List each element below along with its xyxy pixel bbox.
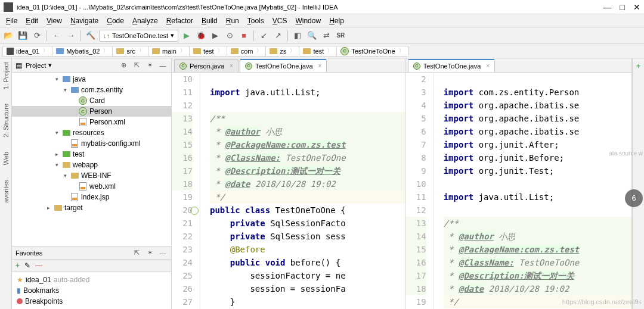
menu-view[interactable]: View: [43, 15, 66, 26]
tree-node[interactable]: ▾webapp: [12, 160, 171, 170]
toolbar: 📂 💾 ⟳ ← → 🔨 ↓↑ TestOneToOne.test ▾ ▶ 🐞 ▶…: [0, 27, 644, 44]
project-tree[interactable]: ▾java▾com.zs.entityCCardCPersonPerson.xm…: [12, 73, 171, 246]
breadcrumb-item[interactable]: zs〉: [265, 46, 299, 57]
breadcrumb-item[interactable]: test〉: [189, 46, 227, 57]
editor-left-tabs: CPerson.java×CTestOneToOne.java×: [172, 58, 405, 73]
gear-icon[interactable]: ✶: [145, 61, 154, 70]
tree-node[interactable]: ▾resources: [12, 127, 171, 138]
right-tool-tabs: +: [632, 58, 644, 309]
editor-left-gutter: 101112131415161718192021222324252627: [172, 73, 200, 309]
stop-icon[interactable]: ■: [238, 30, 250, 42]
notification-badge[interactable]: 6: [625, 189, 643, 207]
save-icon[interactable]: 💾: [17, 30, 29, 42]
debug-icon[interactable]: 🐞: [195, 30, 207, 42]
menu-build[interactable]: Build: [198, 15, 221, 26]
chevron-down-icon[interactable]: ▾: [48, 61, 52, 69]
side-panel: ▤ Project ▾ ⊕ ⇱ ✶ — ▾java▾com.zs.entityC…: [12, 58, 172, 309]
menu-help[interactable]: Help: [326, 15, 348, 26]
menu-edit[interactable]: Edit: [22, 15, 42, 26]
tree-node[interactable]: ▾java: [12, 74, 171, 85]
menu-run[interactable]: Run: [222, 15, 243, 26]
tree-node[interactable]: web.xml: [12, 181, 171, 192]
close-button[interactable]: ✕: [633, 2, 640, 12]
menu-refactor[interactable]: Refactor: [163, 15, 197, 26]
menu-window[interactable]: Window: [292, 15, 324, 26]
editor-left-source[interactable]: import java.util.List; /** * @author 小思 …: [200, 73, 405, 309]
left-tool-tabs: 1: Project2: StructureWebavorites: [0, 58, 12, 309]
target-icon[interactable]: ⊕: [119, 61, 128, 70]
collapse-icon[interactable]: ⇱: [132, 61, 141, 70]
tree-node[interactable]: mybatis-config.xml: [12, 138, 171, 149]
editor-tab[interactable]: CTestOneToOne.java×: [240, 59, 327, 72]
run-icon[interactable]: ▶: [181, 30, 193, 42]
project-panel-header: ▤ Project ▾ ⊕ ⇱ ✶ —: [12, 58, 171, 73]
breadcrumb-item[interactable]: Mybatis_02〉: [52, 46, 112, 57]
editor-right-gutter: 2345678910111213141516171819: [405, 73, 434, 309]
tree-node[interactable]: Person.xml: [12, 117, 171, 127]
structure-icon[interactable]: ◧: [292, 30, 304, 42]
sr-icon[interactable]: SR: [335, 30, 346, 42]
hide-icon[interactable]: —: [158, 248, 168, 258]
tool-tab-web[interactable]: Web: [2, 152, 10, 165]
run-config-label: TestOneToOne.test: [112, 32, 168, 39]
close-icon[interactable]: ×: [230, 63, 233, 69]
build-icon[interactable]: 🔨: [85, 30, 97, 42]
profile-icon[interactable]: ⊙: [224, 30, 236, 42]
vcs-commit-icon[interactable]: ↗: [272, 30, 284, 42]
menu-analyze[interactable]: Analyze: [129, 15, 162, 26]
tree-node[interactable]: ▾WEB-INF: [12, 170, 171, 181]
tool-tab-project[interactable]: 1: Project: [2, 62, 10, 89]
editor-right-source[interactable]: import com.zs.entity.Personimport org.ap…: [434, 73, 631, 309]
menu-code[interactable]: Code: [103, 15, 128, 26]
menu-vcs[interactable]: VCS: [269, 15, 291, 26]
tree-node[interactable]: CCard: [12, 95, 171, 106]
remove-icon[interactable]: —: [35, 261, 42, 270]
settings-icon[interactable]: ⇄: [320, 30, 332, 42]
tool-tab-structure[interactable]: 2: Structure: [2, 104, 10, 138]
menu-file[interactable]: File: [2, 15, 21, 26]
undo-icon[interactable]: ←: [51, 30, 63, 42]
project-view-icon: ▤: [16, 61, 22, 70]
editor-tab[interactable]: CTestOneToOne.java×: [408, 59, 495, 72]
coverage-icon[interactable]: ▶: [209, 30, 221, 42]
breadcrumb-item[interactable]: com〉: [227, 46, 266, 57]
collapse-icon[interactable]: ⇱: [132, 248, 141, 258]
maximize-button[interactable]: □: [620, 2, 625, 12]
tree-node[interactable]: ▸test: [12, 149, 171, 160]
breadcrumb-item[interactable]: idea_01〉: [2, 46, 52, 57]
run-config-combo[interactable]: ↓↑ TestOneToOne.test ▾: [99, 30, 178, 42]
tree-node[interactable]: CPerson: [12, 106, 171, 117]
tree-node[interactable]: ▾com.zs.entity: [12, 85, 171, 95]
close-icon[interactable]: ×: [318, 63, 322, 69]
breadcrumb-item[interactable]: main〉: [148, 46, 189, 57]
hide-icon[interactable]: —: [158, 61, 168, 70]
tree-node[interactable]: index.jsp: [12, 192, 171, 202]
add-icon[interactable]: +: [16, 261, 20, 270]
favorite-item[interactable]: Breakpoints: [14, 296, 169, 307]
title-bar: idea_01 [D:\idea_01] - ...\Mybatis_02\sr…: [0, 0, 644, 14]
menu-tools[interactable]: Tools: [244, 15, 268, 26]
breadcrumb-item[interactable]: src〉: [112, 46, 148, 57]
menu-navigate[interactable]: Navigate: [67, 15, 102, 26]
edit-icon[interactable]: ✎: [24, 261, 30, 270]
tree-node[interactable]: ▸target: [12, 202, 171, 213]
tool-tab-avorites[interactable]: avorites: [2, 180, 10, 203]
breadcrumb-item[interactable]: test〉: [299, 46, 336, 57]
favorites-header: Favorites ⇱ ✶ —: [12, 246, 171, 260]
favorite-item[interactable]: ▮Bookmarks: [14, 285, 169, 296]
editor-left: CPerson.java×CTestOneToOne.java× 1011121…: [172, 58, 405, 309]
search-icon[interactable]: 🔍: [306, 30, 318, 42]
add-icon[interactable]: +: [633, 58, 644, 70]
project-panel-title: Project: [26, 62, 46, 69]
vcs-update-icon[interactable]: ↙: [258, 30, 270, 42]
redo-icon[interactable]: →: [65, 30, 77, 42]
gear-icon[interactable]: ✶: [145, 248, 154, 258]
editor-tab[interactable]: CPerson.java×: [174, 59, 239, 72]
sync-icon[interactable]: ⟳: [31, 30, 43, 42]
window-title: idea_01 [D:\idea_01] - ...\Mybatis_02\sr…: [17, 4, 603, 11]
close-icon[interactable]: ×: [486, 63, 490, 69]
minimize-button[interactable]: —: [603, 2, 612, 12]
open-icon[interactable]: 📂: [2, 30, 14, 42]
breadcrumb-item[interactable]: CTestOneToOne〉: [336, 46, 408, 57]
favorite-item[interactable]: ★idea_01 auto-added: [14, 274, 169, 285]
